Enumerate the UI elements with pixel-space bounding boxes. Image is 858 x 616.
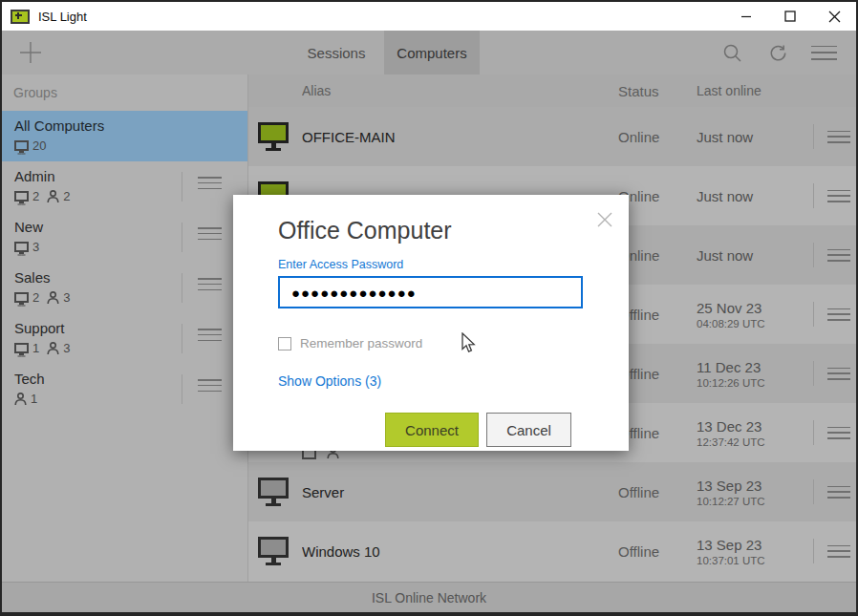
user-count-icon (47, 190, 59, 203)
refresh-icon[interactable] (755, 31, 801, 74)
list-header: Alias Status Last online (248, 74, 856, 107)
password-label: Enter Access Password (278, 258, 583, 271)
row-menu-icon[interactable] (819, 486, 858, 499)
row-menu-icon[interactable] (819, 249, 858, 262)
user-count: 2 (63, 189, 70, 203)
computer-last-online: Just now (697, 129, 807, 145)
sidebar-group-item[interactable]: All Computers 20 (2, 111, 247, 161)
computer-count-icon (14, 343, 29, 353)
cancel-button[interactable]: Cancel (486, 413, 571, 447)
group-menu-icon[interactable] (198, 329, 222, 341)
connect-dialog: Office Computer Enter Access Password ●●… (233, 195, 629, 451)
computer-row[interactable]: Server Offline 13 Sep 2310:12:27 UTC (248, 462, 856, 521)
monitor-online-icon (258, 122, 289, 143)
user-count: 1 (31, 392, 37, 406)
user-count: 3 (63, 290, 70, 305)
minimize-button[interactable] (724, 2, 768, 31)
column-last-online[interactable]: Last online (697, 83, 807, 98)
column-status[interactable]: Status (618, 83, 697, 99)
group-menu-icon[interactable] (198, 278, 222, 290)
computer-status: Offline (618, 543, 697, 560)
group-name: All Computers (14, 117, 247, 134)
search-icon[interactable] (709, 31, 755, 74)
user-count: 3 (63, 341, 70, 355)
computer-count: 3 (32, 240, 39, 254)
computer-count-icon (14, 242, 29, 252)
group-menu-icon[interactable] (198, 227, 222, 240)
computer-status: Offline (618, 307, 697, 323)
group-menu-icon[interactable] (198, 379, 222, 392)
computer-count: 20 (32, 138, 46, 153)
dialog-title: Office Computer (278, 217, 583, 244)
monitor-offline-icon (258, 478, 289, 499)
computer-count: 1 (32, 341, 39, 355)
toolbar: SessionsComputers (2, 31, 856, 74)
computer-last-online: 13 Sep 2310:37:01 UTC (697, 537, 807, 566)
connect-button[interactable]: Connect (385, 413, 479, 447)
computer-count-icon (14, 191, 29, 202)
computer-last-online: 11 Dec 2310:12:26 UTC (697, 359, 807, 389)
status-bar: ISL Online Network (2, 582, 856, 612)
app-logo-icon (11, 10, 30, 24)
user-count-icon (47, 342, 59, 355)
monitor-offline-icon (258, 537, 289, 558)
remember-password-label: Remember password (300, 336, 422, 350)
sidebar-group-item[interactable]: Admin 2 2 (2, 161, 247, 212)
column-alias[interactable]: Alias (302, 83, 618, 98)
row-menu-icon[interactable] (819, 368, 858, 380)
computer-alias: OFFICE-MAIN (302, 129, 618, 145)
computer-status: Online (618, 188, 697, 204)
sidebar-group-item[interactable]: New 3 (2, 212, 247, 263)
user-count-icon (14, 393, 27, 406)
computer-last-online: Just now (697, 247, 807, 264)
password-input[interactable]: ●●●●●●●●●●●●● (278, 276, 583, 308)
computer-alias: Windows 10 (302, 543, 618, 560)
mouse-cursor (461, 332, 476, 357)
group-menu-icon[interactable] (198, 177, 222, 189)
sidebar-group-item[interactable]: Sales 2 3 (2, 263, 247, 313)
computer-status: Offline (618, 484, 697, 500)
computer-count: 2 (32, 189, 39, 203)
computer-row[interactable]: OFFICE-MAIN Online Just now (248, 107, 856, 166)
computer-status: Offline (618, 366, 697, 382)
row-menu-icon[interactable] (819, 308, 858, 321)
sidebar-group-item[interactable]: Tech 1 (2, 364, 247, 414)
add-button[interactable] (2, 31, 59, 74)
computer-row[interactable]: Windows 10 Offline 13 Sep 2310:37:01 UTC (248, 521, 856, 581)
groups-header: Groups (2, 74, 247, 111)
maximize-button[interactable] (768, 2, 812, 31)
window-title: ISL Light (38, 10, 87, 24)
title-bar: ISL Light (2, 2, 856, 31)
sidebar-group-item[interactable]: Support 1 3 (2, 313, 247, 364)
computer-last-online: 13 Sep 2310:12:27 UTC (697, 478, 807, 507)
row-menu-icon[interactable] (819, 427, 858, 439)
remember-password-checkbox[interactable] (278, 337, 291, 350)
row-menu-icon[interactable] (819, 545, 858, 558)
computer-count-icon (14, 292, 29, 303)
computer-last-online: 13 Dec 2312:37:42 UTC (697, 418, 807, 448)
computer-count-icon (14, 140, 29, 151)
tab-sessions[interactable]: Sessions (289, 31, 384, 74)
row-menu-icon[interactable] (819, 131, 858, 143)
close-button[interactable] (812, 2, 856, 31)
computer-last-online: 25 Nov 2304:08:29 UTC (697, 300, 807, 329)
computer-status: Offline (618, 425, 697, 441)
groups-sidebar: Groups All Computers 20 Admin 2 2 New 3 (2, 74, 248, 582)
tab-computers[interactable]: Computers (384, 31, 480, 74)
show-options-link[interactable]: Show Options (3) (278, 373, 583, 389)
computer-status: Online (618, 247, 697, 264)
user-count-icon (47, 291, 59, 305)
computer-last-online: Just now (697, 188, 807, 204)
computer-alias: Server (302, 484, 618, 500)
row-menu-icon[interactable] (819, 190, 858, 202)
menu-icon[interactable] (801, 31, 847, 74)
computer-status: Online (618, 129, 697, 145)
computer-count: 2 (32, 290, 39, 305)
app-window: ISL Light SessionsComputers (0, 0, 858, 616)
dialog-close-icon[interactable] (595, 210, 614, 229)
